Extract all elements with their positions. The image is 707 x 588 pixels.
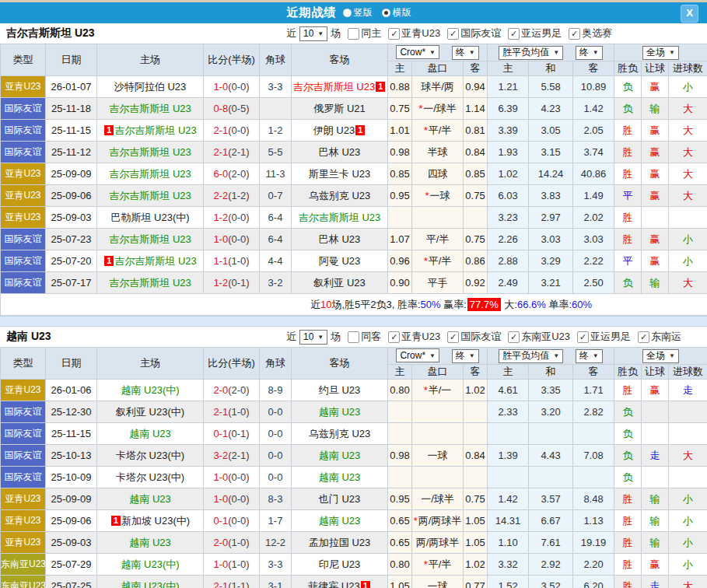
sub-header-avg-draw: 和 — [529, 61, 573, 76]
avg-away-odds: 8.48 — [573, 488, 614, 510]
avg-draw-odds: 3.83 — [529, 185, 573, 207]
col-header-score: 比分(半场) — [204, 44, 260, 76]
home-team: 越南 U23(中) — [97, 380, 204, 401]
summary-segment: 单率: — [546, 299, 572, 310]
away-team-name: 俄罗斯 U21 — [313, 103, 365, 114]
odds-home — [388, 423, 412, 445]
corner-score: 3-1 — [260, 576, 292, 588]
odds-away — [464, 401, 488, 423]
match-row: 亚青U2325-09-09吉尔吉斯斯坦 U236-0(2-0)11-3斯里兰卡 … — [1, 163, 707, 185]
same-venue-checkbox[interactable] — [348, 28, 359, 40]
away-team: 越南 U23 — [292, 510, 388, 532]
halftime-score: (1-0) — [228, 406, 249, 418]
final-odds-select[interactable]: 终▼ — [452, 46, 479, 60]
odds-home: 1.01 — [388, 120, 412, 142]
away-team-name: 越南 U23 — [319, 471, 360, 483]
match-date: 25-09-03 — [46, 532, 97, 554]
odds-group-header: Crow*▼ 终▼ — [388, 44, 488, 61]
odds-away — [464, 207, 488, 229]
away-team: 越南 U23 — [292, 445, 388, 467]
sub-header-odds-home: 主 — [388, 365, 412, 380]
filter-games-label: 场 — [331, 330, 341, 344]
result-goals: 走 — [669, 380, 707, 401]
wdl-avg-select[interactable]: 胜平负均值▼ — [499, 349, 563, 363]
same-venue-checkbox[interactable] — [348, 331, 359, 343]
layout-vertical-label: 竖版 — [354, 6, 373, 19]
result-wdl: 负 — [614, 98, 642, 120]
league-checkbox[interactable]: ✓ — [508, 331, 520, 343]
sub-header-odds-home: 主 — [388, 61, 412, 76]
avg-away-odds: 2.20 — [573, 554, 614, 576]
home-team: 巴勒斯坦 U23(中) — [97, 207, 204, 229]
home-team-name: 吉尔吉斯斯坦 U23 — [109, 146, 191, 158]
result-goals: 大 — [669, 185, 707, 207]
league-checkbox[interactable]: ✓ — [447, 28, 459, 40]
type-badge: 亚青U23 — [1, 207, 46, 229]
home-team: 卡塔尔 U23(中) — [97, 445, 204, 467]
league-checkbox[interactable]: ✓ — [508, 28, 520, 40]
sub-header-handicap-result: 让球 — [642, 365, 669, 380]
avg-home-odds: 3.23 — [488, 207, 529, 229]
home-team-name: 吉尔吉斯斯坦 U23 — [109, 103, 191, 114]
close-button[interactable]: X — [681, 5, 698, 23]
filter-near-label: 近 — [286, 26, 296, 40]
match-date: 25-11-15 — [46, 120, 97, 142]
avg-home-odds — [488, 423, 529, 445]
score: 1-0(0-0) — [204, 467, 260, 488]
result-handicap — [642, 207, 669, 229]
avg-away-odds: 7.08 — [573, 445, 614, 467]
result-handicap — [642, 401, 669, 423]
league-checkbox[interactable]: ✓ — [638, 331, 649, 343]
handicap: *平/半 — [412, 250, 464, 272]
result-goals — [669, 207, 707, 229]
avg-draw-odds: 7.61 — [529, 532, 573, 554]
crow-select[interactable]: Crow*▼ — [396, 45, 439, 59]
home-team-name: 越南 U23 — [129, 537, 170, 548]
avg-group-header: 胜平负均值▼ 终▼ — [488, 348, 614, 365]
avg-away-odds: 2.50 — [573, 272, 614, 294]
recent-count-select[interactable]: 10▼ — [299, 26, 327, 41]
league-checkbox[interactable]: ✓ — [388, 28, 400, 40]
league-checkbox[interactable]: ✓ — [577, 331, 589, 343]
recent-count-select[interactable]: 10▼ — [299, 330, 327, 345]
avg-draw-odds: 4.23 — [529, 98, 573, 120]
match-date: 25-10-09 — [46, 467, 97, 488]
league-checkbox[interactable]: ✓ — [388, 331, 400, 343]
corner-score: 3-2 — [260, 272, 292, 294]
result-wdl: 胜 — [614, 576, 642, 588]
wdl-avg-select[interactable]: 胜平负均值▼ — [499, 46, 563, 60]
corner-score — [260, 98, 292, 120]
away-team-name: 约旦 U23 — [319, 384, 360, 396]
layout-vertical-radio[interactable]: 竖版 — [343, 6, 373, 19]
result-wdl: 胜 — [614, 163, 642, 185]
avg-draw-odds: 3.35 — [529, 380, 573, 401]
type-badge: 东南亚U23 — [1, 554, 46, 576]
halftime-score: (2-1) — [228, 450, 249, 461]
summary-segment: 场,胜5平2负3, 胜率: — [331, 299, 420, 310]
league-checkbox[interactable]: ✓ — [447, 331, 459, 343]
final-avg-select[interactable]: 终▼ — [576, 46, 603, 60]
match-date: 25-12-30 — [46, 401, 97, 423]
odds-home: 0.88 — [388, 76, 412, 98]
crow-select[interactable]: Crow*▼ — [396, 348, 439, 362]
summary-text: 近10场,胜5平2负3, 胜率:50% 赢率:77.7% 大:66.6% 单率:… — [1, 294, 707, 316]
away-team-name: 越南 U23 — [319, 450, 360, 461]
home-team-name: 吉尔吉斯斯坦 U23 — [114, 255, 196, 267]
handicap: *两/两球半 — [412, 510, 464, 532]
avg-group-header: 胜平负均值▼ 终▼ — [488, 44, 614, 61]
fulltime-select[interactable]: 全场▼ — [642, 349, 679, 363]
league-checkbox[interactable]: ✓ — [569, 28, 580, 40]
final-avg-select[interactable]: 终▼ — [576, 349, 603, 363]
avg-home-odds: 1.93 — [488, 142, 529, 163]
layout-horizontal-radio[interactable]: 横版 — [382, 6, 411, 19]
fulltime-select[interactable]: 全场▼ — [642, 46, 679, 60]
corner-score: 0-0 — [260, 423, 292, 445]
corner-score: 8-3 — [260, 488, 292, 510]
match-row: 国际友谊25-07-201吉尔吉斯斯坦 U231-1(1-0)4-4阿曼 U23… — [1, 250, 707, 272]
away-team: 约旦 U23 — [292, 380, 388, 401]
summary-segment: 赢率: — [441, 299, 467, 310]
away-team-name: 越南 U23 — [319, 406, 360, 418]
match-date: 25-09-06 — [46, 510, 97, 532]
final-odds-select[interactable]: 终▼ — [452, 349, 479, 363]
handicap: *平/半 — [412, 120, 464, 142]
